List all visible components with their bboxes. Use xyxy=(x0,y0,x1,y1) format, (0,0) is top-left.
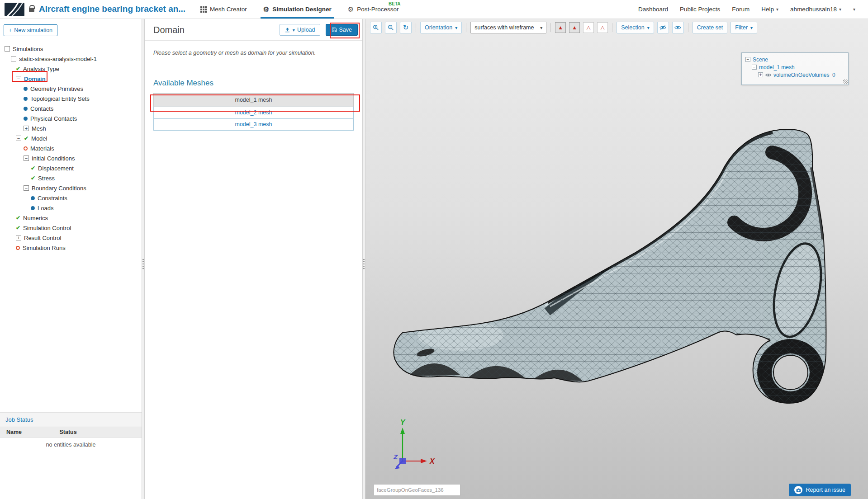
scene-mesh-label: model_1 mesh xyxy=(759,64,795,71)
expand-icon[interactable]: + xyxy=(16,235,21,240)
sidebar-resizer[interactable] xyxy=(142,19,145,499)
selection-dropdown[interactable]: Selection ▾ xyxy=(617,22,654,33)
collapse-icon[interactable]: − xyxy=(24,155,29,161)
tree-item-simulation-control[interactable]: ✔ Simulation Control xyxy=(0,223,142,233)
report-issue-button[interactable]: Report an issue xyxy=(789,484,851,496)
render-mode-select[interactable]: surfaces with wireframe ▾ xyxy=(470,22,546,33)
collapse-icon[interactable]: − xyxy=(16,136,21,141)
link-help[interactable]: Help ▾ xyxy=(761,6,778,13)
mesh-option-model-1[interactable]: model_1 mesh xyxy=(153,93,354,107)
collapse-icon[interactable]: − xyxy=(11,56,16,61)
upload-button[interactable]: ▾ Upload xyxy=(280,24,320,36)
tree-item-constraints[interactable]: Constraints xyxy=(0,193,142,203)
tree-item-topological-entity-sets[interactable]: Topological Entity Sets xyxy=(0,94,142,104)
column-status: Status xyxy=(59,429,76,435)
column-name: Name xyxy=(0,429,59,435)
tab-label: Simulation Designer xyxy=(272,6,332,13)
face-group-input[interactable] xyxy=(374,484,460,496)
new-simulation-button[interactable]: + New simulation xyxy=(4,24,57,36)
tree-item-displacement[interactable]: ✔ Displacement xyxy=(0,163,142,173)
hide-selection-button[interactable] xyxy=(657,22,669,33)
zoom-out-icon xyxy=(388,24,394,31)
zoom-out-button[interactable] xyxy=(385,22,397,33)
tree-item-simulation-runs[interactable]: Simulation Runs xyxy=(0,243,142,253)
filter-dropdown[interactable]: Filter ▾ xyxy=(730,22,757,33)
simscale-logo[interactable] xyxy=(5,3,24,16)
tree-item-stress[interactable]: ✔ Stress xyxy=(0,173,142,183)
zoom-in-button[interactable] xyxy=(370,22,382,33)
clip-plane-toggle-3[interactable]: △ xyxy=(583,22,594,33)
tree-item-materials[interactable]: Materials xyxy=(0,143,142,153)
tree-label: Boundary Conditions xyxy=(32,185,86,192)
triangle-outline-icon: △ xyxy=(587,24,591,31)
clip-plane-toggle-2[interactable]: ▲ xyxy=(569,22,580,33)
check-icon: ✔ xyxy=(24,136,28,141)
tree-item-loads[interactable]: Loads xyxy=(0,203,142,213)
link-public-projects[interactable]: Public Projects xyxy=(680,6,720,13)
mesh-render[interactable] xyxy=(365,19,868,499)
expand-icon[interactable]: + xyxy=(24,126,29,131)
orientation-label: Orientation xyxy=(425,24,452,31)
collapse-icon[interactable]: − xyxy=(16,76,21,81)
clip-plane-toggle-1[interactable]: ▲ xyxy=(555,22,566,33)
orientation-dropdown[interactable]: Orientation ▾ xyxy=(420,22,462,33)
tree-item-result-control[interactable]: + Result Control xyxy=(0,233,142,243)
refresh-view-button[interactable]: ↻ xyxy=(400,22,412,33)
tree-item-physical-contacts[interactable]: Physical Contacts xyxy=(0,113,142,123)
tab-mesh-creator[interactable]: Mesh Creator xyxy=(200,0,247,19)
collapse-icon[interactable]: − xyxy=(745,57,750,62)
tree-item-simulation-name[interactable]: − static-stress-analysis-model-1 xyxy=(0,54,142,64)
tree-label: static-stress-analysis-model-1 xyxy=(19,56,97,62)
tree-item-contacts[interactable]: Contacts xyxy=(0,104,142,113)
collapse-icon[interactable]: − xyxy=(5,46,10,52)
link-forum[interactable]: Forum xyxy=(732,6,749,13)
job-status-title: Job Status xyxy=(0,412,142,427)
simulation-tree-sidebar: + New simulation − Simulations − static-… xyxy=(0,19,142,499)
tree-item-model[interactable]: − ✔ Model xyxy=(0,133,142,143)
chevron-down-icon: ▾ xyxy=(293,28,295,33)
tree-item-initial-conditions[interactable]: − Initial Conditions xyxy=(0,153,142,163)
lock-icon xyxy=(29,8,34,12)
tree-item-geometry-primitives[interactable]: Geometry Primitives xyxy=(0,84,142,94)
clip-plane-toggle-4[interactable]: △ xyxy=(597,22,608,33)
user-menu[interactable]: ahmedhussain18 ▾ xyxy=(790,6,841,13)
panel-resizer[interactable] xyxy=(362,19,365,499)
scene-tree-volume[interactable]: + volumeOnGeoVolumes_0 xyxy=(745,71,844,79)
tree-item-boundary-conditions[interactable]: − Boundary Conditions xyxy=(0,183,142,193)
tree-item-analysis-type[interactable]: ✔ Analysis Type xyxy=(0,64,142,74)
viewer-3d[interactable]: ↻ Orientation ▾ surfaces with wireframe … xyxy=(365,19,868,499)
overflow-chevron-icon[interactable]: ▾ xyxy=(853,7,855,12)
mesh-option-model-2[interactable]: model_2 mesh xyxy=(153,107,354,119)
mesh-option-model-3[interactable]: model_3 mesh xyxy=(153,118,354,131)
scene-tree-root[interactable]: − Scene xyxy=(745,56,844,63)
toolbar-divider xyxy=(688,23,688,32)
save-button[interactable]: Save xyxy=(326,24,358,36)
collapse-icon[interactable]: − xyxy=(24,185,29,191)
collapse-icon[interactable]: − xyxy=(752,65,757,70)
project-title[interactable]: Aircraft engine bearing bracket an... xyxy=(39,4,185,14)
tree-label: Physical Contacts xyxy=(30,115,77,122)
tree-item-mesh[interactable]: + Mesh xyxy=(0,123,142,133)
tree-label: Constraints xyxy=(38,195,67,202)
tab-post-processor[interactable]: ⚙ Post-Processor BETA xyxy=(348,0,399,19)
tree-label: Domain xyxy=(24,75,46,82)
app-tabs: Mesh Creator ⚙ Simulation Designer ⚙ Pos… xyxy=(200,0,399,19)
show-all-button[interactable] xyxy=(672,22,684,33)
scene-tree-mesh[interactable]: − model_1 mesh xyxy=(745,63,844,71)
tree-item-simulations[interactable]: − Simulations xyxy=(0,44,142,54)
axis-x-label: X xyxy=(429,457,435,465)
tree-item-numerics[interactable]: ✔ Numerics xyxy=(0,213,142,223)
tab-simulation-designer[interactable]: ⚙ Simulation Designer xyxy=(263,0,332,19)
expand-icon[interactable]: + xyxy=(758,72,763,77)
tree-item-domain[interactable]: − Domain xyxy=(0,74,142,84)
eye-icon xyxy=(674,25,681,30)
status-dot-icon xyxy=(24,97,28,101)
resize-handle-icon[interactable] xyxy=(843,80,848,84)
create-set-button[interactable]: Create set xyxy=(693,22,728,33)
axis-z-label: Z xyxy=(393,453,398,461)
job-status-section: Job Status Name Status no entities avail… xyxy=(0,412,142,499)
link-dashboard[interactable]: Dashboard xyxy=(638,6,668,13)
visibility-eye-icon[interactable] xyxy=(765,73,771,77)
username-label: ahmedhussain18 xyxy=(790,6,837,13)
scene-tree-overlay[interactable]: − Scene − model_1 mesh + volumeOnGeoVolu… xyxy=(741,52,849,85)
